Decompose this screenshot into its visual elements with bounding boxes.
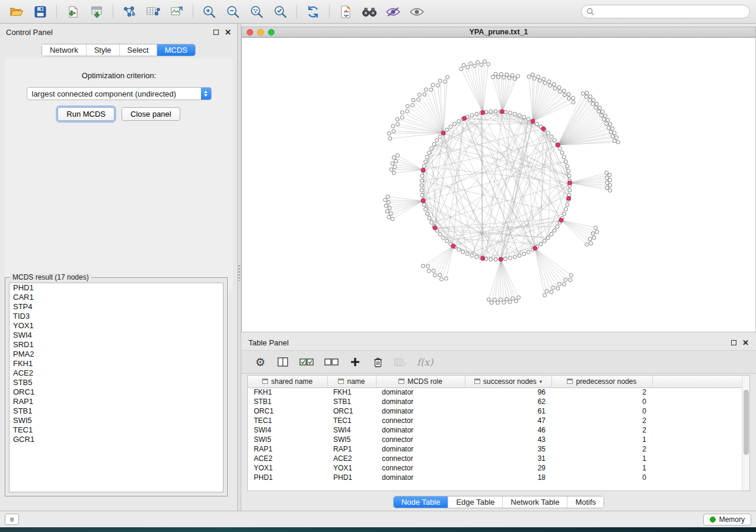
status-menu-button[interactable]: ≡ (5, 514, 19, 525)
search-network-button[interactable] (359, 3, 380, 21)
show-details-button[interactable] (406, 3, 428, 21)
export-image-button[interactable] (166, 3, 187, 21)
close-panel-icon[interactable]: ✕ (225, 28, 231, 36)
table-row[interactable]: ORC1ORC1dominator610 (248, 406, 749, 416)
table-row[interactable]: STB1STB1dominator620 (248, 397, 749, 406)
import-table-button[interactable] (86, 3, 107, 21)
column-header-successor-nodes[interactable]: successor nodes▾ (465, 376, 551, 387)
mcds-result-list[interactable]: PHD1CAR1STP4TID3YOX1SWI4SRD1PMA2FKH1ACE2… (9, 283, 224, 492)
optimization-criterion-label: Optimization criterion: (5, 58, 233, 80)
selected-option-label: largest connected component (undirected) (27, 89, 201, 98)
deselect-all-button[interactable] (324, 355, 339, 369)
run-mcds-button[interactable]: Run MCDS (58, 107, 114, 121)
list-item[interactable]: PHD1 (9, 283, 223, 293)
zoom-fit-button[interactable] (246, 3, 267, 21)
tab-network-table[interactable]: Network Table (503, 496, 567, 508)
function-builder-button[interactable]: f(x) (417, 355, 433, 369)
network-graph[interactable] (242, 38, 755, 332)
column-header-mcds-role[interactable]: MCDS role (376, 376, 465, 387)
new-network-button[interactable] (119, 3, 140, 21)
delete-table-button[interactable] (394, 355, 406, 369)
list-item[interactable]: ORC1 (9, 387, 223, 397)
table-row[interactable]: TEC1TEC1connector472 (248, 416, 749, 425)
save-session-button[interactable] (30, 3, 51, 21)
column-header-filler (652, 376, 749, 387)
export-document-button[interactable] (335, 3, 356, 21)
import-network-button[interactable] (62, 3, 84, 21)
float-table-panel-icon[interactable] (731, 340, 736, 345)
column-layout-button[interactable] (277, 355, 289, 369)
column-header-name[interactable]: name (327, 376, 376, 387)
tab-select[interactable]: Select (120, 44, 157, 56)
tab-edge-table[interactable]: Edge Table (448, 496, 503, 508)
table-cell: dominator (376, 406, 465, 416)
memory-status-icon (710, 517, 716, 523)
network-table-button[interactable] (142, 3, 164, 21)
tab-style[interactable]: Style (87, 44, 120, 56)
table-cell: 2 (551, 444, 652, 454)
table-cell (652, 463, 749, 473)
list-item[interactable]: STB1 (9, 406, 223, 416)
memory-button[interactable]: Memory (703, 514, 751, 525)
list-item[interactable]: RAP1 (9, 397, 223, 406)
show-eye-icon (409, 7, 425, 17)
add-column-button[interactable] (349, 355, 361, 369)
table-row[interactable]: ACE2ACE2connector311 (248, 454, 749, 463)
apply-layout-button[interactable] (302, 3, 324, 21)
table-cell: TEC1 (248, 416, 327, 425)
tab-motifs[interactable]: Motifs (567, 496, 604, 508)
table-row[interactable]: PHD1PHD1dominator180 (248, 473, 749, 482)
close-table-panel-icon[interactable]: ✕ (742, 339, 749, 347)
search-input[interactable] (598, 8, 745, 16)
list-item[interactable]: FKH1 (9, 359, 223, 368)
close-panel-button[interactable]: Close panel (122, 107, 180, 121)
table-cell: dominator (376, 444, 465, 454)
list-item[interactable]: ACE2 (9, 368, 223, 378)
network-window-titlebar[interactable]: YPA_prune.txt_1 (241, 27, 756, 37)
table-scrollbar[interactable] (742, 376, 749, 491)
tab-node-table[interactable]: Node Table (394, 496, 449, 508)
list-item[interactable]: STP4 (9, 302, 223, 312)
list-item[interactable]: SWI5 (9, 416, 223, 425)
refresh-layout-icon (306, 5, 320, 19)
zoom-selected-button[interactable] (270, 3, 291, 21)
tab-network[interactable]: Network (42, 44, 87, 56)
delete-table-icon (394, 358, 406, 367)
table-row[interactable]: YOX1YOX1connector291 (248, 463, 749, 473)
optimization-criterion-select[interactable]: largest connected component (undirected) (27, 87, 212, 100)
column-header-shared-name[interactable]: shared name (248, 376, 327, 387)
table-panel: Table Panel ✕ ⚙ (241, 335, 756, 511)
control-panel-tabbar: Network Style Select MCDS (42, 44, 196, 56)
table-cell: SWI5 (248, 435, 327, 444)
list-item[interactable]: STB5 (9, 378, 223, 387)
list-item[interactable]: TID3 (9, 312, 223, 321)
zoom-in-button[interactable] (199, 3, 220, 21)
tab-mcds[interactable]: MCDS (157, 44, 195, 56)
column-header-predecessor-nodes[interactable]: predecessor nodes (551, 376, 652, 387)
list-item[interactable]: CAR1 (9, 293, 223, 302)
list-item[interactable]: SRD1 (9, 340, 223, 350)
table-settings-button[interactable]: ⚙ (254, 355, 266, 369)
mcds-result-groupbox: MCDS result (17 nodes) PHD1CAR1STP4TID3Y… (5, 277, 228, 496)
column-label: name (347, 377, 365, 386)
open-session-button[interactable] (6, 3, 27, 21)
float-panel-icon[interactable] (213, 30, 219, 35)
scrollbar-thumb[interactable] (744, 390, 749, 455)
list-item[interactable]: TEC1 (9, 425, 223, 435)
delete-column-button[interactable] (372, 355, 384, 369)
table-row[interactable]: RAP1RAP1dominator352 (248, 444, 749, 454)
toolbar-separator (113, 5, 113, 19)
list-item[interactable]: GCR1 (9, 435, 223, 444)
network-canvas[interactable] (241, 37, 756, 332)
list-item[interactable]: SWI4 (9, 331, 223, 340)
zoom-out-button[interactable] (222, 3, 244, 21)
select-all-button[interactable] (299, 355, 314, 369)
table-cell: 61 (465, 406, 551, 416)
table-row[interactable]: FKH1FKH1dominator962 (248, 387, 749, 397)
table-row[interactable]: SWI5SWI5connector431 (248, 435, 749, 444)
list-item[interactable]: YOX1 (9, 321, 223, 331)
table-row[interactable]: SWI4SWI4dominator462 (248, 425, 749, 435)
list-item[interactable]: PMA2 (9, 350, 223, 359)
toolbar-search[interactable] (581, 5, 750, 18)
hide-details-button[interactable] (382, 3, 404, 21)
